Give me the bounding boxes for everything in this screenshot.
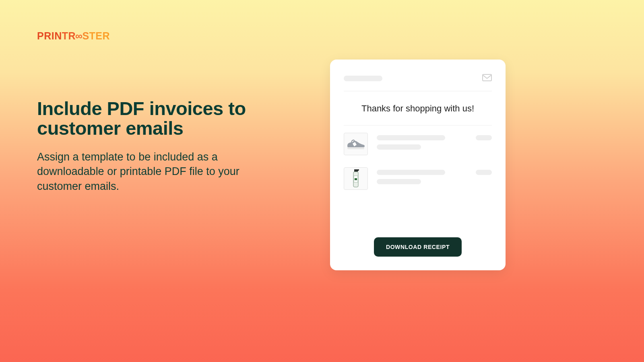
thank-you-message: Thanks for shopping with us! xyxy=(344,91,492,125)
item-sub-placeholder xyxy=(377,144,421,150)
product-thumbnail-bottle xyxy=(344,167,368,190)
item-text-placeholder xyxy=(377,133,467,150)
item-text-placeholder xyxy=(377,167,467,184)
sender-placeholder xyxy=(344,76,382,81)
item-title-placeholder xyxy=(377,170,445,175)
logo-seg-3: S xyxy=(82,30,89,42)
download-receipt-button[interactable]: DOWNLOAD RECEIPT xyxy=(374,237,462,257)
mail-icon xyxy=(482,74,492,83)
hero-text-block: Include PDF invoices to customer emails … xyxy=(37,99,287,193)
item-price-placeholder xyxy=(476,170,492,175)
order-item-row xyxy=(344,167,492,190)
product-thumbnail-sneaker xyxy=(344,133,368,155)
item-title-placeholder xyxy=(377,135,445,140)
brand-logo: PRIN TR ∞ S TER xyxy=(37,30,110,42)
item-sub-placeholder xyxy=(377,179,421,184)
email-preview-card: Thanks for shopping with us! xyxy=(330,60,506,270)
sneaker-icon xyxy=(346,138,366,150)
order-items xyxy=(344,125,492,202)
item-price-placeholder xyxy=(476,135,492,140)
order-item-row xyxy=(344,133,492,155)
infinity-icon: ∞ xyxy=(75,30,83,42)
download-wrap: DOWNLOAD RECEIPT xyxy=(344,229,492,257)
email-header xyxy=(344,74,492,91)
bottle-icon xyxy=(350,169,361,188)
logo-seg-1: PRIN xyxy=(37,30,62,42)
hero-subtitle: Assign a template to be included as a do… xyxy=(37,150,287,193)
svg-rect-3 xyxy=(355,178,357,180)
svg-rect-0 xyxy=(483,74,491,81)
hero-title: Include PDF invoices to customer emails xyxy=(37,99,287,138)
logo-seg-2: TR xyxy=(62,30,76,42)
logo-seg-4: TER xyxy=(89,30,110,42)
